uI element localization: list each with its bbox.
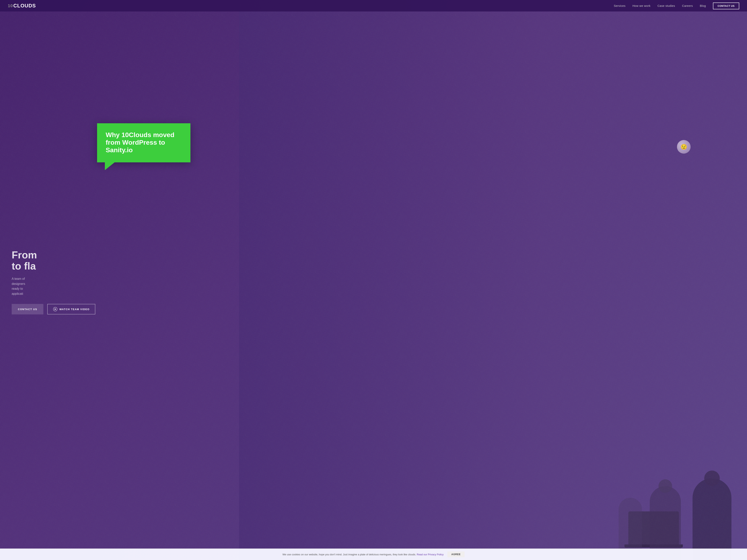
hero-background xyxy=(0,0,747,560)
cookie-text: We use cookies on our website, hope you … xyxy=(282,553,443,556)
logo-number: 10 xyxy=(8,3,13,8)
cookie-agree-button[interactable]: AGREE xyxy=(447,552,465,557)
hero-content: From to fla A team of designers ready to… xyxy=(0,234,107,326)
cookie-message: We use cookies on our website, hope you … xyxy=(282,553,416,556)
hero-video-button[interactable]: WATCH TEAM VIDEO xyxy=(47,304,95,314)
hero-headline: From to fla xyxy=(12,249,95,272)
nav-contact-button[interactable]: CONTACT US xyxy=(713,2,739,9)
cookie-banner: We use cookies on our website, hope you … xyxy=(0,549,747,560)
cookie-privacy-link[interactable]: Read our Privacy Policy xyxy=(417,553,443,556)
person-figure-right xyxy=(693,478,731,560)
nav-link-how-we-work[interactable]: How we work xyxy=(633,4,650,7)
nav-link-careers[interactable]: Careers xyxy=(682,4,693,7)
nav-links: Services How we work Case studies Career… xyxy=(614,4,739,7)
popup-card[interactable]: Why 10Clouds moved from WordPress to San… xyxy=(97,123,190,162)
logo-text: CLOUDS xyxy=(13,3,36,9)
subtext-line2: designers xyxy=(12,282,25,286)
nav-link-blog[interactable]: Blog xyxy=(700,4,706,7)
popup-title: Why 10Clouds moved from WordPress to San… xyxy=(106,131,182,154)
logo[interactable]: 10CLOUDS xyxy=(8,3,36,9)
headline-line1: From xyxy=(12,249,37,261)
hero-section: 😟 From to fla A team of designers ready … xyxy=(0,0,747,560)
nav-link-case-studies[interactable]: Case studies xyxy=(658,4,675,7)
play-icon xyxy=(53,307,57,311)
video-button-label: WATCH TEAM VIDEO xyxy=(59,308,89,311)
play-triangle xyxy=(55,308,56,310)
hero-buttons: CONTACT US WATCH TEAM VIDEO xyxy=(12,304,95,314)
subtext-line1: A team of xyxy=(12,277,25,281)
hero-subtext: A team of designers ready to applicati xyxy=(12,276,85,296)
hero-contact-button[interactable]: CONTACT US xyxy=(12,304,43,314)
subtext-line3: ready to xyxy=(12,287,23,290)
headline-line2: to fla xyxy=(12,260,36,272)
navbar: 10CLOUDS Services How we work Case studi… xyxy=(0,0,747,11)
nav-link-services[interactable]: Services xyxy=(614,4,625,7)
subtext-line4: applicati xyxy=(12,292,23,295)
emoji-decoration: 😟 xyxy=(677,140,691,154)
